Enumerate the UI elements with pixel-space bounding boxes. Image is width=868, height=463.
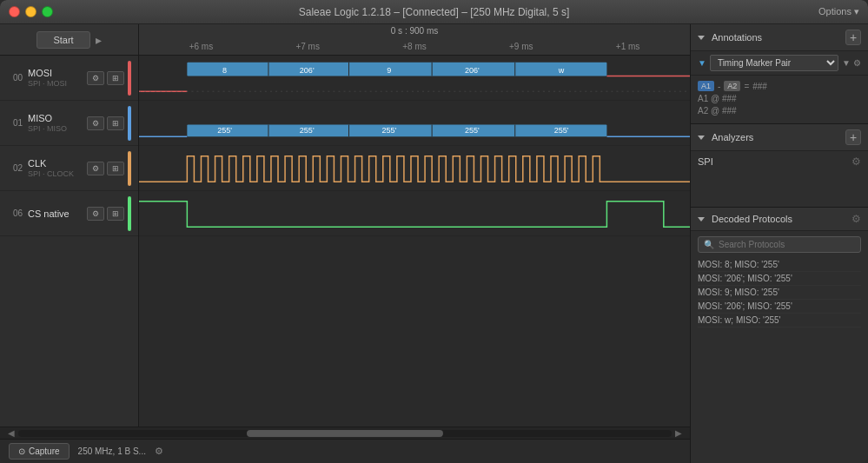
annotation-formulas: A1 - A2 = ### A1 @ ### A2 @ ###: [691, 76, 868, 123]
capture-button[interactable]: ⊙ Capture: [9, 443, 70, 460]
formula-hash: ###: [752, 82, 767, 91]
a2-badge: A2: [724, 81, 740, 91]
channel-num-2: 02: [7, 163, 23, 173]
analyzer-item-spi: SPI ⚙: [691, 151, 868, 172]
analyzers-spacer: [691, 172, 868, 207]
annotations-title-label: Annotations: [712, 32, 762, 43]
search-protocols-input[interactable]: [719, 240, 855, 249]
waveform-empty: [139, 236, 690, 427]
channel-num-1: 01: [7, 118, 23, 128]
channel-add-mosi[interactable]: ⊞: [107, 71, 124, 85]
scrollbar-track[interactable]: [18, 430, 672, 437]
titlebar: Saleae Logic 1.2.18 – [Connected] – [250…: [0, 0, 868, 24]
scroll-right-icon[interactable]: ▶: [672, 428, 686, 438]
window-title: Saleae Logic 1.2.18 – [Connected] – [250…: [299, 6, 570, 18]
channel-gear-mosi[interactable]: ⚙: [87, 71, 104, 85]
channel-gear-clk[interactable]: ⚙: [87, 162, 104, 175]
search-icon: 🔍: [704, 240, 714, 249]
analyzer-gear-icon-spi[interactable]: ⚙: [851, 155, 861, 168]
formula-main-row: A1 - A2 = ###: [698, 81, 861, 91]
timing-marker-select[interactable]: Timing Marker Pair: [710, 55, 838, 71]
svg-rect-1: [187, 63, 606, 76]
formula-dash: -: [718, 82, 720, 91]
annotations-add-button[interactable]: +: [845, 30, 861, 45]
options-menu[interactable]: Options ▾: [818, 6, 859, 17]
channel-info-clk: CLK SPI · CLOCK: [28, 158, 87, 178]
analyzers-header: Analyzers +: [691, 124, 868, 151]
scroll-left-icon[interactable]: ◀: [4, 428, 18, 438]
waveform-row-cs: [139, 191, 690, 236]
channels-area: 00 MOSI SPI · MOSI ⚙ ⊞ 01 MISO: [0, 56, 690, 427]
channel-add-miso[interactable]: ⊞: [107, 116, 124, 130]
timing-settings-btn[interactable]: ⚙: [853, 58, 861, 68]
svg-text:9: 9: [387, 66, 391, 75]
timeline-ruler: 0 s : 900 ms +6 ms +7 ms +8 ms +9 ms +1 …: [139, 24, 690, 55]
channel-info-cs: CS native: [28, 208, 87, 219]
maximize-button[interactable]: [42, 6, 53, 17]
timing-filter-btn[interactable]: ▼: [842, 58, 851, 68]
settings-gear-icon[interactable]: ⚙: [155, 446, 163, 457]
svg-text:255': 255': [381, 126, 396, 135]
channel-add-clk[interactable]: ⊞: [107, 162, 124, 175]
scrollbar-area[interactable]: ◀ ▶: [0, 427, 690, 439]
protocol-list: MOSI: 8; MISO: '255' MOSI: '206'; MISO: …: [691, 258, 868, 463]
annotations-section: Annotations + ▼ Timing Marker Pair ▼ ⚙ A…: [691, 24, 868, 124]
channel-name-miso: MISO: [28, 113, 87, 123]
protocol-search-box[interactable]: 🔍: [698, 236, 861, 253]
waveform-row-mosi: 8 206' 9 206' w: [139, 56, 690, 101]
channel-label-clk: 02 CLK SPI · CLOCK ⚙ ⊞: [0, 146, 138, 191]
close-button[interactable]: [9, 6, 20, 17]
right-panel: Annotations + ▼ Timing Marker Pair ▼ ⚙ A…: [691, 24, 868, 463]
start-chevron-icon[interactable]: ▸: [96, 33, 102, 47]
channel-actions-clk: ⚙ ⊞: [87, 162, 124, 175]
channel-name-cs: CS native: [28, 208, 87, 219]
timing-icons: ▼ ⚙: [842, 58, 861, 68]
channel-num-3: 06: [7, 208, 23, 218]
start-btn-area: Start ▸: [0, 24, 139, 55]
protocol-item-3: MOSI: '206'; MISO: '255': [698, 300, 861, 314]
analyzers-add-button[interactable]: +: [845, 129, 861, 145]
decoded-title-label: Decoded Protocols: [712, 214, 792, 224]
window-controls: [9, 6, 53, 17]
timing-filter-icon: ▼: [698, 58, 706, 68]
time-marker-2: +8 ms: [402, 42, 427, 51]
channel-actions-mosi: ⚙ ⊞: [87, 71, 124, 85]
channel-color-miso: [128, 106, 131, 141]
decoded-gear-icon[interactable]: ⚙: [851, 213, 861, 225]
analyzer-name-spi: SPI: [698, 156, 713, 167]
channel-actions-cs: ⚙ ⊞: [87, 207, 124, 221]
bottom-bar: ⊙ Capture 250 MHz, 1 B S... ⚙: [0, 439, 690, 463]
settings-text: 250 MHz, 1 B S...: [78, 446, 146, 456]
svg-text:8: 8: [222, 66, 227, 75]
svg-text:255': 255': [217, 126, 232, 135]
waveform-area[interactable]: 8 206' 9 206' w: [139, 56, 690, 427]
svg-text:206': 206': [300, 66, 315, 75]
analyzers-title: Analyzers: [698, 132, 753, 142]
decoded-protocols-section: Decoded Protocols ⚙ 🔍 MOSI: 8; MISO: '25…: [691, 208, 868, 463]
channel-info-miso: MISO SPI · MISO: [28, 113, 87, 133]
channel-sub-mosi: SPI · MOSI: [28, 79, 87, 88]
channel-add-cs[interactable]: ⊞: [107, 207, 124, 221]
channel-gear-cs[interactable]: ⚙: [87, 207, 104, 221]
channel-color-mosi: [128, 61, 131, 96]
decoded-title: Decoded Protocols: [698, 214, 792, 224]
a1-badge: A1: [698, 81, 714, 91]
svg-rect-14: [187, 124, 606, 136]
formula-a1-row: A1 @ ###: [698, 94, 861, 103]
channel-gear-miso[interactable]: ⚙: [87, 116, 104, 130]
main-layout: Start ▸ 0 s : 900 ms +6 ms +7 ms +8 ms +…: [0, 24, 868, 463]
scrollbar-thumb[interactable]: [247, 430, 443, 437]
channel-sub-miso: SPI · MISO: [28, 124, 87, 133]
channel-labels: 00 MOSI SPI · MOSI ⚙ ⊞ 01 MISO: [0, 56, 139, 427]
minimize-button[interactable]: [25, 6, 36, 17]
channel-label-cs: 06 CS native ⚙ ⊞: [0, 191, 138, 236]
annotations-header: Annotations +: [691, 24, 868, 51]
formula-a2-at: A2 @ ###: [698, 106, 737, 116]
start-button[interactable]: Start: [36, 31, 89, 49]
time-markers: +6 ms +7 ms +8 ms +9 ms +1 ms: [139, 42, 690, 51]
channel-color-clk: [128, 151, 131, 186]
timeline-header: Start ▸ 0 s : 900 ms +6 ms +7 ms +8 ms +…: [0, 24, 690, 56]
analyzers-title-label: Analyzers: [712, 132, 753, 142]
time-marker-0: +6 ms: [189, 42, 214, 51]
annotations-title: Annotations: [698, 32, 762, 43]
